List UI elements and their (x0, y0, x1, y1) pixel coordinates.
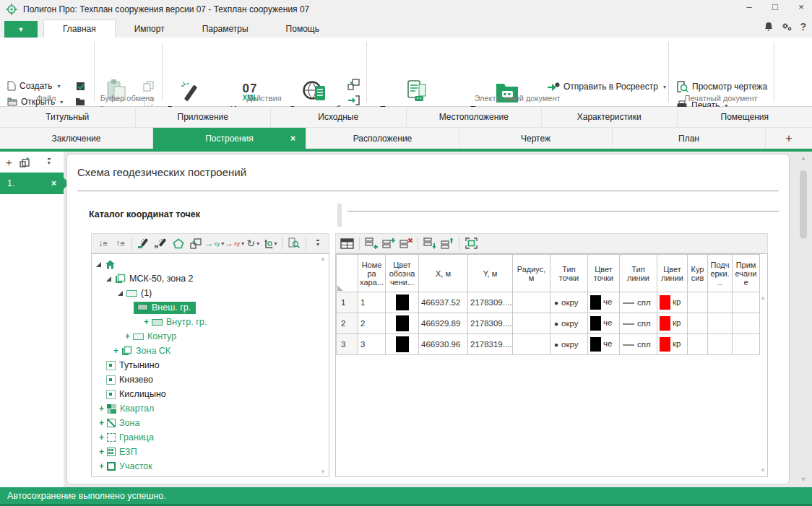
tree-item-ezp[interactable]: + ЕЗП (92, 445, 329, 459)
tab-pomescheniya[interactable]: Помещения (678, 107, 812, 127)
tab-raspolozhenie[interactable]: Расположение (306, 128, 459, 149)
tab-mestopolozhenie[interactable]: Местоположение (407, 107, 543, 127)
tree-item-zona-sk[interactable]: + Зона СК (92, 344, 329, 358)
duplicate-page-icon[interactable] (20, 157, 30, 167)
close-button[interactable]: × (793, 1, 809, 12)
expander-plus-icon[interactable]: + (99, 461, 104, 471)
col-header-label-color[interactable]: Цвет обозначени... (386, 255, 419, 292)
tab-prilozhenie[interactable]: Приложение (136, 107, 272, 127)
scroll-down-icon[interactable]: ▼ (800, 476, 807, 483)
insert-row-icon[interactable] (381, 235, 397, 251)
col-header-x[interactable]: X, м (419, 255, 468, 292)
tree-item-inner-boundary[interactable]: + Внутр. гр. (92, 315, 329, 329)
delete-row-icon[interactable] (398, 235, 414, 251)
maximize-button[interactable]: □ (767, 1, 783, 12)
table-scroll-down-icon[interactable]: ▼ (760, 467, 766, 474)
add-row-icon[interactable] (363, 235, 379, 251)
file-menu-button[interactable]: ▼ (4, 21, 38, 38)
tree-scrollbar[interactable]: ▲▼ (319, 256, 327, 475)
sort-descending-icon[interactable]: ↓≡ (95, 235, 111, 251)
col-header-underline[interactable]: Подчерки... (708, 255, 733, 292)
add-page-icon[interactable]: + (6, 156, 12, 168)
scroll-up-icon[interactable]: ▲ (800, 154, 807, 162)
col-header-point-number[interactable]: Номера хара... (358, 255, 386, 292)
table-row[interactable]: 3 3 466930.96 2178319.... ●окру че спл к… (337, 334, 760, 355)
table-icon[interactable] (339, 235, 355, 251)
page-tab-1[interactable]: 1. × (0, 173, 64, 194)
color-swatch-black[interactable] (396, 336, 409, 352)
export-xy-icon[interactable]: →xy▾ (225, 235, 244, 251)
col-header-point-type[interactable]: Тип точки (550, 255, 588, 292)
expander-plus-icon[interactable]: + (99, 404, 104, 414)
tree-item-outer-boundary[interactable]: Внеш. гр. (92, 300, 329, 315)
color-swatch-black[interactable] (396, 295, 409, 310)
splitter-handle[interactable] (337, 204, 342, 227)
table-row[interactable]: 2 2 466929.89 2178309.... ●окру че спл к… (337, 313, 760, 334)
page-tab-close-icon[interactable]: × (51, 178, 56, 188)
tab-iskhodnye[interactable]: Исходные (271, 107, 407, 127)
copy-button[interactable] (140, 79, 156, 93)
coordinate-axes-icon[interactable]: ▾ (262, 235, 278, 251)
create-from-template-button[interactable] (72, 79, 88, 93)
help-icon[interactable]: ? (800, 21, 806, 32)
send-to-rosreestr-button[interactable]: Отправить в Росреестр ▾ (547, 79, 666, 94)
tree-item-kontur[interactable]: + Контур (92, 329, 329, 344)
col-header-radius[interactable]: Радиус, м (513, 255, 550, 292)
menu-tab-pomosch[interactable]: Помощь (267, 19, 338, 38)
add-tab-button[interactable]: + (766, 128, 812, 149)
tree-item-tutynino[interactable]: Тутынино (92, 358, 329, 372)
sidebar-overflow-icon[interactable]: ▾ (48, 158, 51, 166)
tab-chertezh[interactable]: Чертеж (459, 128, 613, 149)
tree-item-uchastok[interactable]: + Участок (92, 459, 329, 474)
main-scrollbar[interactable]: ▲ ▼ (797, 154, 810, 483)
rotate-contour-icon[interactable]: ↻▾ (245, 235, 261, 251)
expander-open-icon[interactable] (96, 262, 101, 267)
col-header-note[interactable]: Примечание (733, 255, 760, 292)
col-header-italic[interactable]: Курсив (688, 255, 708, 292)
table-scroll-up-icon[interactable]: ▲ (760, 295, 766, 301)
tree-item-zona[interactable]: + Зона (92, 416, 329, 430)
renumber-labels-icon[interactable] (153, 235, 169, 251)
expand-table-icon[interactable] (463, 235, 479, 251)
bell-icon[interactable] (764, 22, 774, 32)
polygon-icon[interactable] (170, 235, 186, 251)
tree-item-knyazevo[interactable]: Князево (92, 372, 329, 387)
renumber-points-icon[interactable] (136, 235, 152, 251)
menu-tab-glavnaya[interactable]: Главная (43, 19, 116, 38)
tab-kharakteristiki[interactable]: Характеристики (542, 107, 678, 127)
expander-plus-icon[interactable]: + (99, 432, 104, 442)
preview-drawing-button[interactable]: Просмотр чертежа (676, 79, 767, 94)
copy-objects-button[interactable] (345, 77, 361, 92)
create-button[interactable]: Создать ▾ (7, 79, 61, 93)
tab-close-icon[interactable]: × (290, 134, 295, 144)
tree-item-msk50[interactable]: МСК-50, зона 2 (92, 271, 329, 286)
col-header-line-type[interactable]: Тип линии (620, 255, 657, 292)
tree-item-root[interactable] (92, 257, 329, 271)
tab-postroeniya[interactable]: Построения × (153, 128, 306, 149)
tree-item-kislitsyno[interactable]: Кислицыно (92, 387, 329, 401)
settings-gears-icon[interactable] (781, 22, 792, 32)
move-row-down-icon[interactable] (422, 235, 438, 251)
toolbar-overflow-icon[interactable]: ▾ (310, 235, 326, 251)
col-header-line-color[interactable]: Цвет линии (657, 255, 688, 292)
expander-open-icon[interactable] (106, 276, 111, 282)
expander-plus-icon[interactable]: + (125, 331, 130, 341)
expander-open-icon[interactable] (118, 291, 123, 296)
import-xy-icon[interactable]: →xy▾ (205, 235, 224, 251)
tab-plan[interactable]: План (613, 128, 766, 149)
tree-item-granitsa[interactable]: + Граница (92, 430, 329, 445)
tab-titulny[interactable]: Титульный (0, 107, 136, 127)
select-all-corner[interactable] (337, 255, 358, 292)
col-header-y[interactable]: Y, м (468, 255, 513, 292)
table-row[interactable]: 1 1 466937.52 2178309.... ●окру че спл к… (337, 292, 760, 313)
tree-item-contour-1[interactable]: (1) (92, 286, 329, 300)
move-row-up-icon[interactable] (439, 235, 455, 251)
preview-icon[interactable] (286, 235, 302, 251)
scrollbar-thumb[interactable] (800, 170, 807, 239)
copy-objects-icon[interactable] (188, 235, 204, 251)
expander-plus-icon[interactable]: + (99, 447, 104, 457)
menu-tab-import[interactable]: Импорт (116, 19, 183, 38)
minimize-button[interactable]: – (741, 1, 757, 12)
sort-ascending-icon[interactable]: ↑≡ (112, 235, 128, 251)
tree-item-kvartal[interactable]: + Квартал (92, 401, 329, 416)
